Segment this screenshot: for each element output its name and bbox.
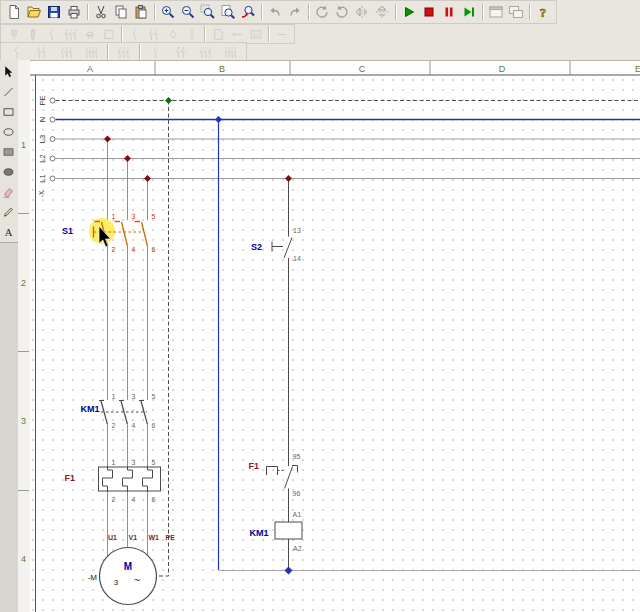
zoom-page-button[interactable] [218, 2, 238, 22]
toolbar-separator [482, 4, 483, 20]
zoom-window-icon [200, 4, 216, 20]
redo-icon [287, 4, 303, 20]
rectangle-tool-button[interactable] [0, 102, 17, 122]
copy-button[interactable] [111, 2, 131, 22]
symbol-buzzer-button [80, 27, 99, 42]
rotate-right-button [332, 2, 352, 22]
symbol-node-icon [166, 28, 180, 41]
filled-rectangle-tool-button[interactable] [0, 142, 17, 162]
symbol-enclosure-button [99, 27, 118, 42]
help-button[interactable] [533, 2, 553, 22]
paste-icon [133, 4, 149, 20]
save-icon [46, 4, 62, 20]
symbol-connector-icon [185, 28, 199, 41]
rotate-left-button [312, 2, 332, 22]
contact-2-pole-icon [35, 46, 49, 59]
toolbar-separator [204, 26, 205, 42]
print-icon [66, 4, 82, 20]
eraser-tool-icon [2, 185, 15, 199]
ellipse-tool-icon [2, 125, 15, 139]
simulation-pause-icon [441, 4, 457, 20]
symbol-switch-icon [45, 28, 59, 41]
symbol-aux-switch-icon [128, 28, 142, 41]
contact-toolbar [0, 42, 247, 62]
select-tool-button[interactable] [0, 62, 17, 82]
contact-4-pole-icon [85, 46, 99, 59]
toolbar-separator [87, 4, 88, 20]
ellipse-tool-button[interactable] [0, 122, 17, 142]
zoom-window-button[interactable] [198, 2, 218, 22]
open-icon [26, 4, 42, 20]
toolbar-row-2 [0, 24, 640, 42]
toolbar-separator [154, 4, 155, 20]
simulation-run-button[interactable] [399, 2, 419, 22]
symbol-fuse-icon [26, 28, 40, 41]
toolbar-row-1 [0, 0, 640, 24]
line-tool-button[interactable] [0, 82, 17, 102]
simulation-step-button[interactable] [459, 2, 479, 22]
simulation-run-icon [401, 4, 417, 20]
symbol-wire-terminal-button [227, 27, 246, 42]
filled-rectangle-tool-icon [2, 145, 15, 159]
new-button[interactable] [4, 2, 24, 22]
pen-tool-button[interactable] [0, 202, 17, 222]
window-cascade-icon [508, 4, 524, 20]
save-button[interactable] [44, 2, 64, 22]
text-tool-icon [2, 225, 15, 239]
breaker-2-pole-icon [174, 46, 188, 59]
filled-ellipse-tool-icon [2, 165, 15, 179]
symbol-node-button [163, 27, 182, 42]
breaker-2-pole-button [168, 45, 193, 60]
toolbar-separator [107, 44, 108, 60]
symbol-aux-switch-button [125, 27, 144, 42]
zoom-out-button[interactable] [178, 2, 198, 22]
flip-horizontal-button [352, 2, 372, 22]
simulation-pause-button[interactable] [439, 2, 459, 22]
symbol-lamp-button [4, 27, 23, 42]
help-icon [535, 4, 551, 20]
flip-vertical-icon [374, 4, 390, 20]
zoom-out-icon [180, 4, 196, 20]
schematic-canvas[interactable] [30, 60, 640, 612]
breaker-1-pole-icon [149, 46, 163, 59]
symbol-limit-switch-button [144, 27, 163, 42]
symbol-enclosure-icon [102, 28, 116, 41]
toolbar-separator [268, 26, 269, 42]
text-tool-button[interactable] [0, 222, 17, 242]
open-button[interactable] [24, 2, 44, 22]
contact-3-pole-button [54, 45, 79, 60]
copy-icon [113, 4, 129, 20]
toolbar-separator [529, 4, 530, 20]
symbol-connector-button [182, 27, 201, 42]
flip-horizontal-icon [354, 4, 370, 20]
zoom-in-button[interactable] [158, 2, 178, 22]
symbol-sheet-ref-button [208, 27, 227, 42]
window-schematic-icon [488, 4, 504, 20]
paste-button[interactable] [131, 2, 151, 22]
cut-icon [93, 4, 109, 20]
breaker-4-pole-button [218, 45, 243, 60]
contact-3-pole-linked-icon [117, 46, 131, 59]
select-tool-icon [2, 65, 15, 79]
zoom-previous-button[interactable] [238, 2, 258, 22]
rotate-right-icon [334, 4, 350, 20]
filled-ellipse-tool-button[interactable] [0, 162, 17, 182]
zoom-previous-icon [240, 4, 256, 20]
toolbar-row-3 [0, 42, 640, 60]
drawing-toolbox [0, 60, 18, 243]
print-button[interactable] [64, 2, 84, 22]
symbol-switch-3p-button [61, 27, 80, 42]
simulation-step-icon [461, 4, 477, 20]
simulation-stop-icon [421, 4, 437, 20]
eraser-tool-button[interactable] [0, 182, 17, 202]
symbol-sheet-ref-icon [211, 28, 225, 41]
toolbar-separator [121, 26, 122, 42]
toolbar-separator [308, 4, 309, 20]
contact-1-pole-button [4, 45, 29, 60]
contact-1-pole-icon [10, 46, 24, 59]
symbol-switch-3p-icon [64, 28, 78, 41]
simulation-stop-button[interactable] [419, 2, 439, 22]
symbol-fuse-button [23, 27, 42, 42]
contact-4-pole-button [79, 45, 104, 60]
cut-button[interactable] [91, 2, 111, 22]
